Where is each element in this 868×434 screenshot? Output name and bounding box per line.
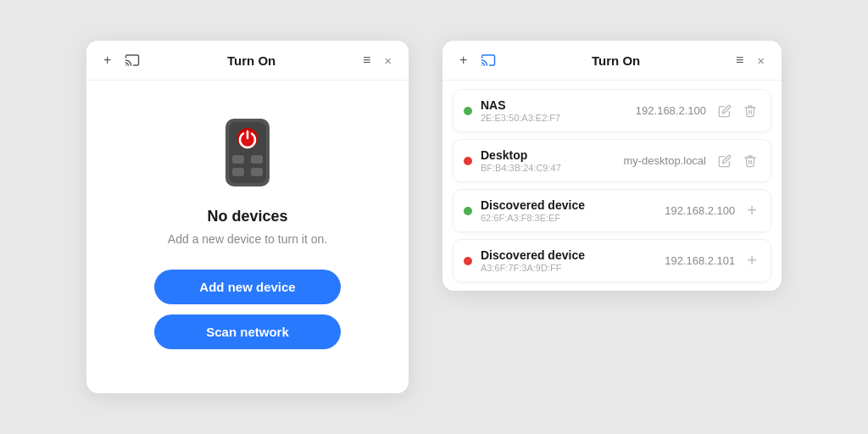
left-panel: + Turn On ≡ × <box>86 41 409 393</box>
left-menu-button[interactable]: ≡ <box>359 52 374 69</box>
add-discovered-device-button[interactable]: + <box>743 199 760 222</box>
device-name: NAS <box>481 98 636 112</box>
device-name: Discovered device <box>481 198 665 212</box>
right-header-right: ≡ × <box>732 52 768 69</box>
svg-rect-8 <box>251 168 263 176</box>
device-row: Discovered device62:6F:A3:F8:3E:EF192.16… <box>453 189 771 232</box>
device-ip: my-desktop.local <box>623 154 706 167</box>
svg-rect-7 <box>232 168 244 176</box>
no-devices-title: No devices <box>207 208 287 225</box>
right-menu-button[interactable]: ≡ <box>732 52 747 69</box>
device-actions <box>715 103 760 120</box>
left-panel-header: + Turn On ≡ × <box>86 41 409 81</box>
svg-rect-6 <box>251 155 263 164</box>
device-info: NAS2E:E3:50:A3:E2:F7 <box>481 98 636 123</box>
device-name: Discovered device <box>481 248 665 262</box>
device-info: Discovered device62:6F:A3:F8:3E:EF <box>481 198 665 223</box>
no-devices-subtitle: Add a new device to turn it on. <box>168 232 327 246</box>
svg-rect-5 <box>232 155 244 164</box>
right-header-left: + <box>456 51 499 70</box>
add-new-device-button[interactable]: Add new device <box>154 270 341 304</box>
delete-device-button[interactable] <box>740 153 760 170</box>
left-cast-button[interactable] <box>121 51 143 70</box>
scan-network-button[interactable]: Scan network <box>154 314 341 349</box>
device-ip: 192.168.2.100 <box>636 104 706 117</box>
device-ip: 192.168.2.100 <box>665 204 735 217</box>
remote-icon <box>217 114 278 191</box>
device-actions <box>715 153 760 170</box>
device-mac: 62:6F:A3:F8:3E:EF <box>481 213 665 223</box>
device-mac: A3:6F:7F:3A:9D:FF <box>481 263 665 273</box>
right-add-button[interactable]: + <box>456 52 470 69</box>
device-ip: 192.168.2.101 <box>665 254 735 267</box>
device-row: DesktopBF:B4:3B:24:C9:47my-desktop.local <box>453 139 771 182</box>
device-row: NAS2E:E3:50:A3:E2:F7192.168.2.100 <box>453 89 771 132</box>
device-name: Desktop <box>481 148 623 162</box>
status-dot <box>464 207 472 215</box>
right-close-button[interactable]: × <box>754 53 768 69</box>
device-info: DesktopBF:B4:3B:24:C9:47 <box>481 148 623 173</box>
device-row: Discovered deviceA3:6F:7F:3A:9D:FF192.16… <box>453 239 771 282</box>
device-actions: + <box>743 249 760 272</box>
device-info: Discovered deviceA3:6F:7F:3A:9D:FF <box>481 248 665 273</box>
left-header-right: ≡ × <box>359 52 395 69</box>
status-dot <box>464 157 472 165</box>
status-dot <box>464 257 472 265</box>
right-panel-title: Turn On <box>499 53 732 68</box>
left-add-button[interactable]: + <box>100 52 114 69</box>
device-list: NAS2E:E3:50:A3:E2:F7192.168.2.100Desktop… <box>442 81 782 291</box>
add-discovered-device-button[interactable]: + <box>743 249 760 272</box>
device-mac: BF:B4:3B:24:C9:47 <box>481 163 623 173</box>
panels-container: + Turn On ≡ × <box>53 7 815 427</box>
edit-device-button[interactable] <box>715 103 735 120</box>
right-panel-header: + Turn On ≡ × <box>442 41 782 81</box>
cast-icon <box>125 53 140 68</box>
cast-icon <box>481 53 496 68</box>
status-dot <box>464 107 472 115</box>
device-actions: + <box>743 199 760 222</box>
delete-device-button[interactable] <box>740 103 760 120</box>
right-cast-button[interactable] <box>477 51 499 70</box>
edit-device-button[interactable] <box>715 153 735 170</box>
left-header-left: + <box>100 51 143 70</box>
right-panel: + Turn On ≡ × NAS2E:E3:50:A3:E2:F7192.16… <box>442 41 782 291</box>
left-panel-title: Turn On <box>143 53 359 68</box>
left-panel-content: No devices Add a new device to turn it o… <box>86 81 409 393</box>
device-mac: 2E:E3:50:A3:E2:F7 <box>481 113 636 123</box>
left-close-button[interactable]: × <box>381 53 395 69</box>
